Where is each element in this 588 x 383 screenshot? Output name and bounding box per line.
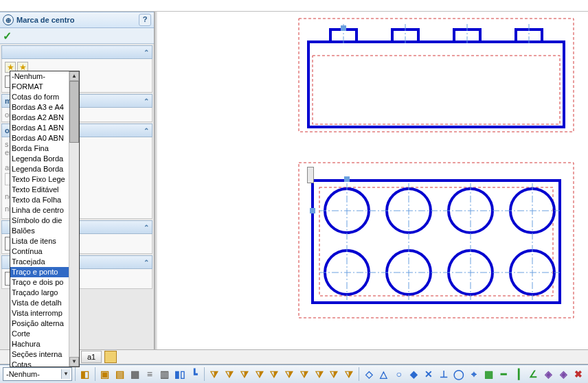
dropdown-item[interactable]: Lista de itens	[10, 236, 69, 246]
confirm-bar: ✓	[0, 28, 154, 44]
dropdown-item[interactable]: Legenda Borda	[10, 164, 69, 174]
table-icon[interactable]: ▥	[158, 367, 172, 381]
svg-rect-30	[310, 208, 315, 213]
snap-center-icon[interactable]: ○	[392, 367, 406, 381]
layer-combo-value: -Nenhum-	[5, 370, 60, 378]
svg-rect-1	[313, 56, 560, 124]
filter6-icon[interactable]: ⧩	[282, 367, 296, 381]
dropdown-item[interactable]: Tracejada	[10, 257, 69, 267]
layer-properties-icon[interactable]: ◧	[78, 367, 92, 381]
filter9-icon[interactable]: ⧩	[328, 367, 341, 381]
svg-rect-14	[313, 181, 560, 303]
dropdown-item[interactable]: Bordas A1 ABN	[10, 123, 69, 133]
filter2-icon[interactable]: ⧩	[223, 367, 236, 381]
filter5-icon[interactable]: ⧩	[267, 367, 281, 381]
feature-title-bar: ⊕ Marca de centro ?	[0, 12, 154, 28]
dropdown-item[interactable]: Bordas A0 ABN	[10, 133, 69, 143]
svg-rect-11	[341, 25, 346, 31]
bottom-toolbar: -Nenhum- ▼ ◧ ▣ ▤ ▦ ≡ ▥ ▮▯ ┗ ⧩ ⧩ ⧩ ⧩ ⧩ ⧩ …	[0, 364, 588, 383]
dropdown-item[interactable]: Texto Fixo Lege	[10, 174, 69, 185]
dropdown-item[interactable]: Bordas A2 ABN	[10, 113, 69, 123]
svg-rect-29	[344, 176, 350, 182]
dropdown-item[interactable]: Vista interromp	[10, 308, 69, 318]
pane-splitter[interactable]	[155, 12, 157, 349]
sheet-tab[interactable]: a1	[81, 351, 102, 363]
filter3-icon[interactable]: ⧩	[238, 367, 251, 381]
filter4-icon[interactable]: ⧩	[253, 367, 267, 381]
grid-icon[interactable]: ▦	[128, 367, 142, 381]
dropdown-item[interactable]: Borda Fina	[10, 143, 69, 154]
svg-rect-13	[319, 187, 553, 296]
drawing-view-top	[292, 161, 580, 319]
dropdown-item[interactable]: Texto da Folha	[10, 195, 69, 205]
style-dropdown-popup[interactable]: -Nenhum-FORMATCotas do formBordas A3 e A…	[10, 71, 80, 367]
feature-title: Marca de centro	[16, 16, 136, 24]
ok-icon[interactable]: ✓	[3, 30, 12, 43]
dropdown-item[interactable]: Bordas A3 e A4	[10, 102, 69, 113]
dropdown-item[interactable]: Balões	[10, 226, 69, 236]
dropdown-item[interactable]: Linha de centro	[10, 205, 69, 216]
dropdown-item[interactable]: Traço e ponto	[10, 267, 69, 277]
dropdown-item[interactable]: Traço e dois po	[10, 277, 69, 288]
dropdown-item[interactable]: Hachura	[10, 339, 69, 349]
dropdown-item[interactable]: Cotas	[10, 360, 69, 367]
snap-tangent-icon[interactable]: ◯	[452, 367, 466, 381]
snap-quadrant-icon[interactable]: ◆	[407, 367, 421, 381]
dropdown-item[interactable]: Posição alterna	[10, 318, 69, 329]
snap-angle-icon[interactable]: ∠	[527, 367, 541, 381]
snap-grid-icon[interactable]: ▦	[482, 367, 496, 381]
snap-endpoint-icon[interactable]: ◇	[362, 367, 376, 381]
flyout-handle[interactable]	[307, 167, 314, 183]
quick-snap1-icon[interactable]: ◈	[542, 367, 556, 381]
quick-snap2-icon[interactable]: ◈	[557, 367, 571, 381]
sheet-library-icon[interactable]	[104, 351, 117, 363]
snap-nearest-icon[interactable]: ⌖	[467, 367, 481, 381]
dropdown-item[interactable]: Vista de detalh	[10, 298, 69, 308]
help-icon[interactable]: ?	[139, 14, 151, 26]
dropdown-item[interactable]: Traçado largo	[10, 288, 69, 298]
dropdown-item[interactable]: Seções interna	[10, 349, 69, 360]
chevron-down-icon[interactable]: ▼	[61, 369, 70, 379]
dropdown-item[interactable]: -Nenhum-	[10, 71, 69, 82]
snap-vert-icon[interactable]: ┃	[512, 367, 525, 381]
layer-combo[interactable]: -Nenhum- ▼	[3, 367, 72, 381]
scroll-up-arrow[interactable]: ▲	[69, 71, 79, 81]
filter1-icon[interactable]: ⧩	[207, 367, 221, 381]
clear-snap-icon[interactable]: ✖	[572, 367, 585, 381]
list-icon[interactable]: ≡	[143, 367, 157, 381]
drawing-view-front	[292, 17, 580, 134]
filter8-icon[interactable]: ⧩	[313, 367, 326, 381]
snap-intersect-icon[interactable]: ✕	[422, 367, 436, 381]
centermark-icon: ⊕	[3, 14, 14, 25]
sheet-tabs: a1	[0, 349, 588, 364]
snap-midpoint-icon[interactable]: △	[377, 367, 391, 381]
dropdown-item[interactable]: Símbolo do die	[10, 216, 69, 226]
dropdown-item[interactable]: Texto Editável	[10, 185, 69, 195]
drawing-canvas[interactable]	[155, 12, 588, 349]
dropdown-item[interactable]: FORMAT	[10, 82, 69, 92]
svg-rect-2	[308, 42, 564, 127]
bar-chart-icon[interactable]: ▮▯	[173, 367, 187, 381]
svg-rect-0	[299, 19, 574, 132]
section-style[interactable]: ⌃	[1, 45, 152, 59]
dropdown-item[interactable]: Corte	[10, 329, 69, 339]
snap-perp-icon[interactable]: ⊥	[437, 367, 451, 381]
scroll-down-arrow[interactable]: ▼	[69, 357, 79, 367]
filter7-icon[interactable]: ⧩	[297, 367, 311, 381]
folder-icon[interactable]: ▣	[98, 367, 112, 381]
chart-icon[interactable]: ┗	[188, 367, 201, 381]
snap-horiz-icon[interactable]: ━	[497, 367, 510, 381]
folder2-icon[interactable]: ▤	[113, 367, 126, 381]
filter10-icon[interactable]: ⧩	[342, 367, 356, 381]
dropdown-item[interactable]: Cotas do form	[10, 92, 69, 102]
scroll-thumb[interactable]	[69, 81, 79, 143]
dropdown-item[interactable]: Contínua	[10, 246, 69, 257]
dropdown-item[interactable]: Legenda Borda	[10, 154, 69, 164]
dropdown-scrollbar[interactable]: ▲ ▼	[69, 71, 79, 367]
